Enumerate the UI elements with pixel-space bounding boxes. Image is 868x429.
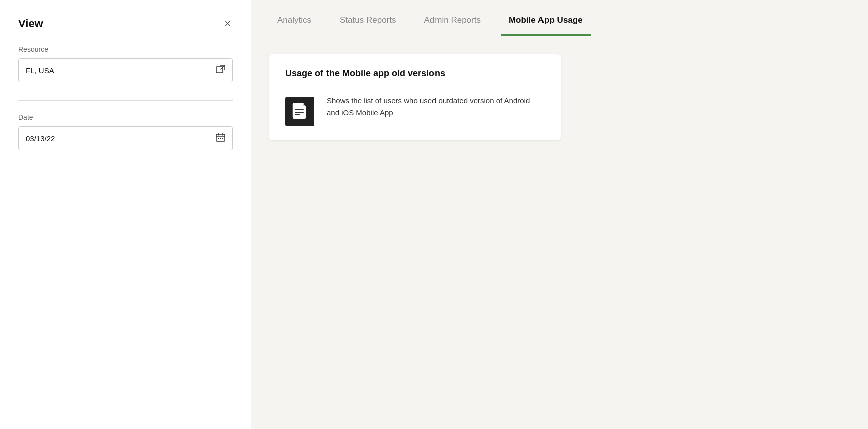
resource-input[interactable] bbox=[26, 66, 216, 75]
date-field-group: Date bbox=[18, 113, 233, 150]
resource-input-wrapper[interactable] bbox=[18, 58, 233, 82]
divider bbox=[18, 100, 233, 101]
tab-admin-reports[interactable]: Admin Reports bbox=[416, 15, 488, 36]
card-title: Usage of the Mobile app old versions bbox=[285, 68, 545, 79]
svg-rect-8 bbox=[222, 138, 223, 139]
report-card[interactable]: Usage of the Mobile app old versions bbox=[269, 54, 561, 140]
left-panel: View × Resource Date bbox=[0, 0, 251, 429]
date-label: Date bbox=[18, 113, 233, 121]
resource-label: Resource bbox=[18, 45, 233, 53]
main-content: Usage of the Mobile app old versions bbox=[251, 36, 868, 429]
date-input-wrapper[interactable] bbox=[18, 126, 233, 150]
calendar-icon[interactable] bbox=[216, 133, 225, 144]
card-body: Shows the list of users who used outdate… bbox=[285, 95, 545, 126]
panel-title: View bbox=[18, 17, 43, 30]
tab-analytics[interactable]: Analytics bbox=[269, 15, 319, 36]
panel-header: View × bbox=[18, 16, 233, 31]
right-panel: Analytics Status Reports Admin Reports M… bbox=[251, 0, 868, 429]
close-button[interactable]: × bbox=[222, 16, 233, 31]
svg-rect-7 bbox=[220, 138, 221, 139]
date-input[interactable] bbox=[26, 134, 216, 143]
tab-status-reports[interactable]: Status Reports bbox=[332, 15, 404, 36]
tab-mobile-app-usage[interactable]: Mobile App Usage bbox=[501, 15, 591, 36]
report-doc-icon bbox=[285, 97, 314, 126]
tabs-bar: Analytics Status Reports Admin Reports M… bbox=[251, 0, 868, 36]
external-link-icon[interactable] bbox=[216, 65, 225, 76]
svg-rect-6 bbox=[218, 138, 219, 139]
card-description: Shows the list of users who used outdate… bbox=[327, 95, 545, 119]
resource-field-group: Resource bbox=[18, 45, 233, 82]
